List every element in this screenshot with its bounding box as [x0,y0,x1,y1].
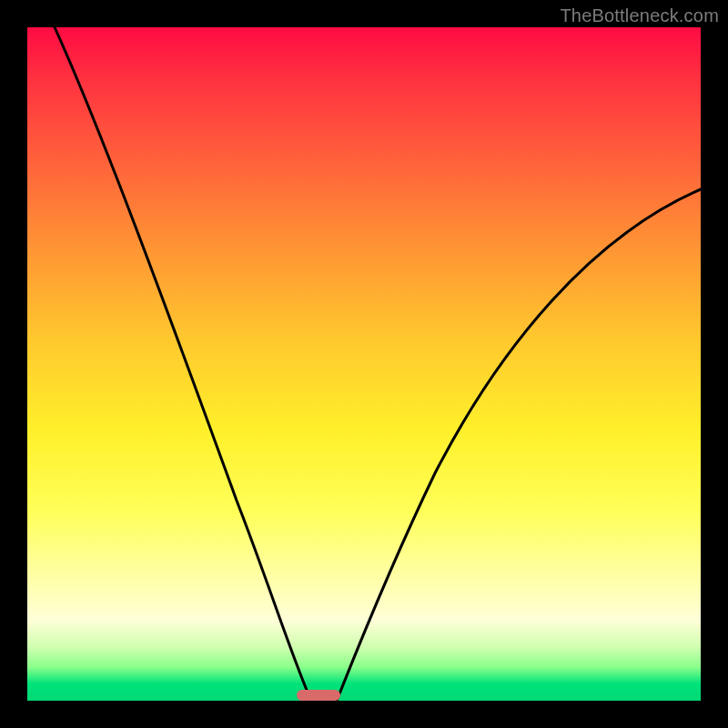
plot-area [27,27,701,701]
watermark-text: TheBottleneck.com [560,5,719,26]
curve-right-branch [337,189,701,701]
optimal-range-marker [297,690,340,701]
chart-frame: TheBottleneck.com [0,0,728,728]
bottleneck-curve [27,27,701,701]
curve-left-branch [55,27,311,701]
